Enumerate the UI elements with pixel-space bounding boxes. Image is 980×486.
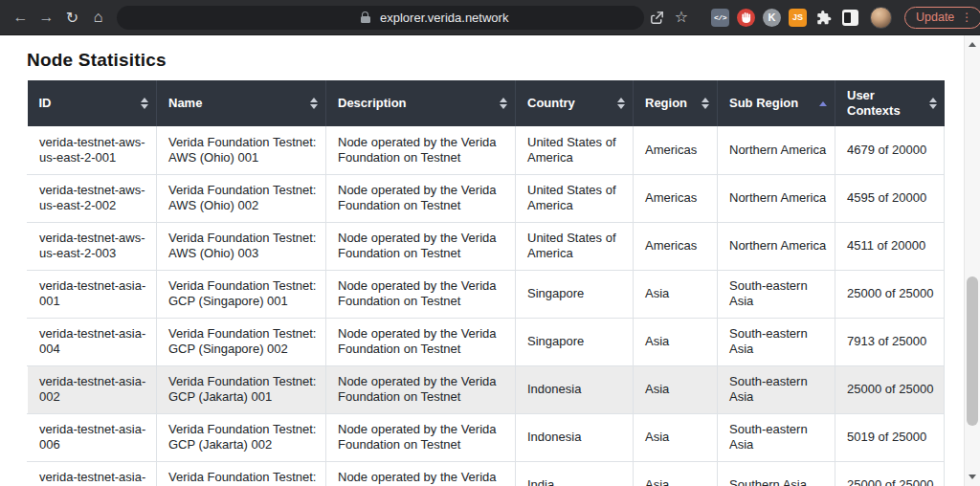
column-header-region[interactable]: Region — [634, 80, 718, 126]
cell-sub_region: South-eastern Asia — [718, 413, 835, 461]
profile-avatar[interactable] — [870, 7, 892, 29]
cell-id: verida-testnet-asia-004 — [28, 318, 157, 365]
column-label: Country — [527, 96, 575, 111]
table-row[interactable]: verida-testnet-asia-001Verida Foundation… — [28, 270, 945, 318]
cell-sub_region: South-eastern Asia — [718, 365, 835, 413]
sort-icon — [304, 98, 318, 109]
cell-name: Verida Foundation Testnet: AWS (Ohio) 00… — [157, 222, 326, 270]
scroll-up-icon[interactable] — [965, 36, 980, 53]
sort-icon — [135, 98, 148, 109]
cell-region: Asia — [634, 413, 718, 461]
scrollbar-thumb[interactable] — [967, 276, 978, 426]
code-extension-icon[interactable]: </> — [711, 9, 729, 27]
extensions-area: </> K JS — [707, 9, 864, 27]
page-title: Node Statisitics — [27, 50, 980, 71]
cell-name: Verida Foundation Testnet: AWS (Ohio) 00… — [157, 126, 326, 174]
column-label: Name — [168, 96, 202, 111]
extensions-puzzle-icon[interactable] — [814, 9, 833, 27]
cell-name: Verida Foundation Testnet: GCP (Singapor… — [157, 318, 326, 365]
cell-description: Node operated by the Verida Foundation o… — [326, 461, 516, 486]
cell-user_contexts: 4679 of 20000 — [835, 126, 945, 174]
cell-region: Americas — [634, 174, 718, 222]
update-label: Update — [916, 11, 954, 24]
column-header-name[interactable]: Name — [157, 80, 326, 126]
cell-region: Americas — [634, 222, 718, 270]
home-icon[interactable]: ⌂ — [85, 5, 111, 31]
cell-country: Indonesia — [516, 413, 634, 461]
reload-icon[interactable]: ↻ — [59, 5, 85, 31]
cell-name: Verida Foundation Testnet: GCP (Singapor… — [157, 270, 326, 318]
node-statistics-table: IDNameDescriptionCountryRegionSub Region… — [27, 80, 945, 486]
table-body: verida-testnet-aws-us-east-2-001Verida F… — [28, 126, 945, 486]
cell-country: Indonesia — [516, 365, 634, 413]
bookmark-star-icon[interactable]: ☆ — [669, 5, 694, 30]
cell-id: verida-testnet-asia-006 — [28, 413, 157, 461]
table-row[interactable]: verida-testnet-aws-us-east-2-001Verida F… — [28, 126, 945, 174]
table-header-row: IDNameDescriptionCountryRegionSub Region… — [28, 80, 945, 126]
table-row[interactable]: verida-testnet-asia-006Verida Foundation… — [28, 413, 945, 461]
cell-description: Node operated by the Verida Foundation o… — [326, 270, 516, 318]
k-extension-icon[interactable]: K — [763, 9, 781, 27]
scroll-down-icon[interactable] — [965, 469, 980, 485]
cell-sub_region: Southern Asia — [718, 461, 835, 486]
cell-description: Node operated by the Verida Foundation o… — [326, 174, 516, 222]
cell-user_contexts: 4595 of 20000 — [835, 174, 945, 222]
js-extension-icon[interactable]: JS — [789, 9, 807, 27]
cell-sub_region: Northern America — [718, 222, 835, 270]
table-row[interactable]: verida-testnet-aws-us-east-2-002Verida F… — [28, 174, 945, 222]
cell-name: Verida Foundation Testnet: GCP (Jakarta)… — [157, 365, 326, 413]
sort-icon — [813, 101, 827, 106]
browser-menu-icon[interactable]: ⋮ — [961, 11, 972, 24]
column-header-sub_region[interactable]: Sub Region — [718, 80, 835, 126]
table-row[interactable]: verida-testnet-asia-002Verida Foundation… — [28, 365, 945, 413]
column-header-description[interactable]: Description — [326, 80, 516, 126]
cell-region: Asia — [634, 318, 718, 365]
cell-region: Asia — [634, 365, 718, 413]
cell-user_contexts: 7913 of 25000 — [835, 318, 945, 365]
cell-country: Singapore — [516, 318, 634, 365]
cell-region: Asia — [634, 270, 718, 318]
sort-icon — [924, 98, 937, 109]
cell-id: verida-testnet-aws-us-east-2-002 — [28, 174, 157, 222]
cell-description: Node operated by the Verida Foundation o… — [326, 126, 516, 174]
cell-country: United States of America — [516, 174, 634, 222]
cell-sub_region: South-eastern Asia — [718, 270, 835, 318]
cell-name: Verida Foundation Testnet: GCP (Jakarta)… — [157, 413, 326, 461]
cell-id: verida-testnet-asia-001 — [28, 270, 157, 318]
table-row[interactable]: verida-testnet-asia-003Verida Foundation… — [28, 461, 945, 486]
cell-description: Node operated by the Verida Foundation o… — [326, 222, 516, 270]
update-button[interactable]: Update ⋮ — [904, 7, 980, 29]
vertical-scrollbar[interactable] — [964, 35, 980, 486]
column-label: Description — [338, 96, 407, 111]
cell-user_contexts: 25000 of 25000 — [835, 461, 945, 486]
browser-toolbar: ← → ↻ ⌂ explorer.verida.network ☆ </> — [0, 0, 980, 35]
cell-country: Singapore — [516, 270, 634, 318]
cell-id: verida-testnet-asia-002 — [28, 365, 157, 413]
cell-country: United States of America — [516, 126, 634, 174]
cell-user_contexts: 25000 of 25000 — [835, 270, 945, 318]
lock-icon — [359, 11, 371, 23]
cell-country: United States of America — [516, 222, 634, 270]
cell-description: Node operated by the Verida Foundation o… — [326, 318, 516, 365]
table-row[interactable]: verida-testnet-asia-004Verida Foundation… — [28, 318, 945, 365]
share-icon[interactable] — [644, 5, 669, 30]
adblock-hand-extension-icon[interactable] — [737, 9, 755, 27]
table-row[interactable]: verida-testnet-aws-us-east-2-003Verida F… — [28, 222, 945, 270]
sort-icon — [494, 98, 507, 109]
cell-name: Verida Foundation Testnet: AWS (Ohio) 00… — [157, 174, 326, 222]
cell-id: verida-testnet-aws-us-east-2-003 — [28, 222, 157, 270]
cell-user_contexts: 25000 of 25000 — [835, 365, 945, 413]
side-panel-icon[interactable] — [842, 10, 858, 26]
url-text: explorer.verida.network — [380, 11, 508, 25]
cell-sub_region: South-eastern Asia — [718, 318, 835, 365]
column-header-id[interactable]: ID — [28, 80, 157, 126]
back-icon[interactable]: ← — [8, 5, 33, 31]
cell-country: India — [516, 461, 634, 486]
page-content: Node Statisitics IDNameDescriptionCountr… — [0, 35, 980, 486]
column-header-country[interactable]: Country — [516, 80, 634, 126]
cell-region: Americas — [634, 126, 718, 174]
column-header-user_contexts[interactable]: User Contexts — [835, 80, 945, 126]
address-bar[interactable]: explorer.verida.network — [117, 6, 644, 30]
cell-id: verida-testnet-aws-us-east-2-001 — [28, 126, 157, 174]
forward-icon[interactable]: → — [33, 5, 59, 31]
